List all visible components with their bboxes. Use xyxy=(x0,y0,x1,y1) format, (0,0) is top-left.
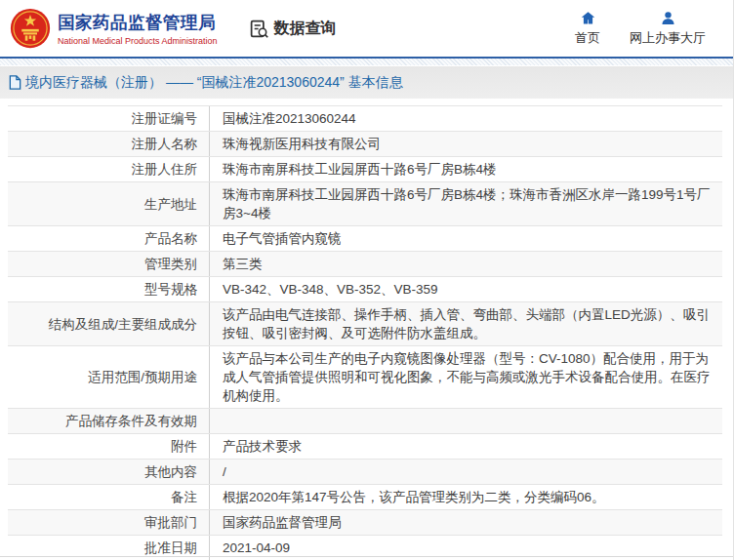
breadcrumb-bar: 境内医疗器械（注册） —— “国械注准20213060244” 基本信息 xyxy=(0,66,733,99)
table-row: 结构及组成/主要组成成分该产品由电气连接部、操作手柄、插入管、弯曲部、头端部（内… xyxy=(8,302,722,346)
table-row: 审批部门国家药品监督管理局 xyxy=(8,510,722,536)
info-table: 注册证编号国械注准20213060244注册人名称珠海视新医用科技有限公司注册人… xyxy=(8,105,722,560)
agency-subtitle: National Medical Products Administration xyxy=(58,36,218,46)
table-row: 生产地址珠海市南屏科技工业园屏西十路6号厂房B栋4楼；珠海市香洲区水岸一路199… xyxy=(8,182,722,226)
table-row: 型号规格VB-342、VB-348、VB-352、VB-359 xyxy=(8,277,722,302)
table-row: 适用范围/预期用途该产品与本公司生产的电子内窥镜图像处理器（型号：CV-1080… xyxy=(8,346,722,409)
table-row: 备注根据2020年第147号公告，该产品管理类别为二类，分类编码06。 xyxy=(8,485,722,510)
table-row: 注册证编号国械注准20213060244 xyxy=(8,106,722,132)
row-value: 电子气管插管内窥镜 xyxy=(210,226,722,251)
page: 国家药品监督管理局 National Medical Products Admi… xyxy=(0,0,734,560)
row-label: 审批部门 xyxy=(8,510,210,535)
row-value: 国家药品监督管理局 xyxy=(210,510,722,535)
row-value: 第三类 xyxy=(210,252,722,276)
table-row: 注册人名称珠海视新医用科技有限公司 xyxy=(8,132,722,157)
row-label: 备注 xyxy=(8,485,210,509)
header: 国家药品监督管理局 National Medical Products Admi… xyxy=(0,0,733,59)
table-row: 其他内容/ xyxy=(8,460,722,485)
data-query-label: 数据查询 xyxy=(274,19,337,39)
agency-title: 国家药品监督管理局 xyxy=(58,11,218,34)
national-emblem-icon xyxy=(10,8,51,49)
brand-text: 国家药品监督管理局 National Medical Products Admi… xyxy=(58,11,218,46)
brand: 国家药品监督管理局 National Medical Products Admi… xyxy=(10,8,218,49)
nav-home[interactable]: 首页 xyxy=(575,10,600,47)
row-value: 国械注准20213060244 xyxy=(210,106,722,131)
row-label: 结构及组成/主要组成成分 xyxy=(8,302,210,345)
row-value: 产品技术要求 xyxy=(210,434,722,459)
table-row: 注册人住所珠海市南屏科技工业园屏西十路6号厂房B栋4楼 xyxy=(8,157,722,182)
row-label: 注册证编号 xyxy=(8,106,210,131)
table-row: 产品名称电子气管插管内窥镜 xyxy=(8,226,722,252)
row-label: 其他内容 xyxy=(8,460,210,484)
row-label: 生产地址 xyxy=(8,182,210,225)
nav-home-label: 首页 xyxy=(575,29,600,47)
row-label: 注册人名称 xyxy=(8,132,210,156)
nav-service-hall-label: 网上办事大厅 xyxy=(630,29,706,47)
home-icon xyxy=(580,10,596,26)
decor-hatch-strip xyxy=(0,59,733,65)
table-row: 附件产品技术要求 xyxy=(8,434,722,460)
row-label: 注册人住所 xyxy=(8,157,210,181)
row-label: 附件 xyxy=(8,434,210,459)
row-label: 适用范围/预期用途 xyxy=(8,346,210,408)
data-query-button[interactable]: 数据查询 xyxy=(249,19,337,39)
breadcrumb: 境内医疗器械（注册） —— “国械注准20213060244” 基本信息 xyxy=(25,74,403,92)
row-label: 产品储存条件及有效期 xyxy=(8,409,210,433)
row-value: 该产品由电气连接部、操作手柄、插入管、弯曲部、头端部（内置LED光源）、吸引按钮… xyxy=(210,302,722,345)
row-value: 珠海视新医用科技有限公司 xyxy=(210,132,722,156)
row-value: / xyxy=(210,460,722,484)
row-value: 根据2020年第147号公告，该产品管理类别为二类，分类编码06。 xyxy=(210,485,722,509)
table-row: 产品储存条件及有效期 xyxy=(8,409,722,434)
footer-divider xyxy=(0,556,733,557)
nav-service-hall[interactable]: 网上办事大厅 xyxy=(630,10,706,47)
row-label: 产品名称 xyxy=(8,226,210,251)
document-icon xyxy=(9,75,21,90)
row-value: 该产品与本公司生产的电子内窥镜图像处理器（型号：CV-1080）配合使用，用于为… xyxy=(210,346,722,408)
header-nav: 首页 网上办事大厅 xyxy=(575,10,719,47)
data-query-icon xyxy=(249,19,269,39)
table-row: 管理类别第三类 xyxy=(8,252,722,277)
row-value xyxy=(210,409,722,433)
row-label: 管理类别 xyxy=(8,252,210,276)
row-label: 型号规格 xyxy=(8,277,210,301)
row-value: VB-342、VB-348、VB-352、VB-359 xyxy=(210,277,722,301)
row-value: 珠海市南屏科技工业园屏西十路6号厂房B栋4楼；珠海市香洲区水岸一路199号1号厂… xyxy=(210,182,722,225)
row-value: 珠海市南屏科技工业园屏西十路6号厂房B栋4楼 xyxy=(210,157,722,181)
person-icon xyxy=(660,10,676,26)
